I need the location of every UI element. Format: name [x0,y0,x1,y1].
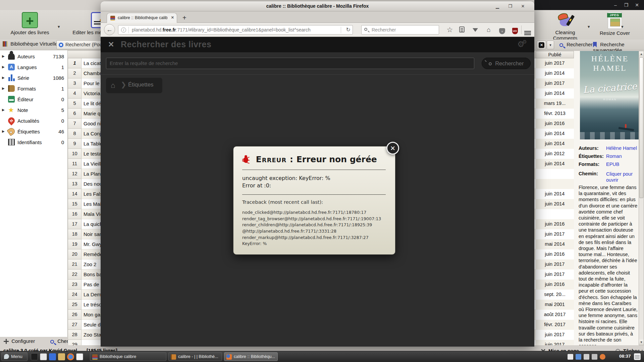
files-launcher-icon[interactable] [58,353,65,360]
scroll-down-icon[interactable]: ▼ [639,340,644,345]
scrollbar-thumb[interactable] [639,57,643,198]
sidebar-item-languages[interactable]: ▶ A Langues 1 [0,62,67,72]
expand-icon[interactable]: ▶ [2,65,5,69]
keyboard-launcher-icon[interactable] [40,353,47,360]
close-panel-icon[interactable]: ✕ [108,40,114,49]
tray-updates-icon[interactable] [600,354,605,360]
published-date-cell[interactable]: juin 2016 [536,249,574,259]
field-value-link[interactable]: Roman [606,154,638,159]
expand-icon[interactable]: ▶ [2,86,5,90]
book-cover[interactable]: HÉLÈNE HAMEL La cicatrice ROMAN [580,51,640,139]
sidebar-item-news[interactable]: N Actualités 0 [0,116,67,126]
back-button[interactable]: ← [104,24,115,35]
calendar-icon[interactable] [634,353,641,360]
published-date-cell[interactable]: juin 2014 [536,129,574,139]
taskbar-window-firefox[interactable]: calibre :: Bibliothèqu... [224,352,278,361]
published-date-cell[interactable]: mai 2014 [536,239,574,249]
editor-launcher-icon[interactable] [76,353,83,360]
tab-calibre[interactable]: calibre :: Bibliothèque calib ✕ [107,13,177,23]
maximize-icon[interactable]: ❐ [622,1,631,9]
published-date-cell[interactable]: juin 2016 [536,219,574,229]
search-history-dropdown[interactable]: ▾ [547,41,554,49]
sidebar-item-series[interactable]: ▶ Série 1086 [0,73,67,83]
add-books-dropdown-icon[interactable]: ▾ [58,24,60,29]
ublock-icon[interactable]: UO [511,26,519,33]
bookmarks-menu-icon[interactable] [458,26,466,33]
clock[interactable]: 08:37 [619,354,631,359]
published-column-header[interactable]: Publié [536,51,574,58]
details-scrollbar[interactable]: ▲ ▼ [639,51,644,345]
tray-network-icon[interactable] [576,354,581,360]
virtual-library-button[interactable]: Bibliothèque Virtuelle ▾ [3,41,61,47]
published-date-cell[interactable]: juin 2017 [536,269,574,280]
menu-hamburger-icon[interactable] [524,26,531,33]
tray-clipboard-icon[interactable] [568,354,573,360]
published-date-cell[interactable]: juin 2017 [536,340,574,345]
sidebar-item-formats[interactable]: ▶ Formats 1 [0,84,67,94]
maximize-icon[interactable]: ❐ [505,3,515,10]
taskbar-window-calibre-library[interactable]: Bibliothèque calibre [90,352,166,361]
published-date-cell[interactable]: juin 2017 [536,229,574,239]
cleaning-comments-button[interactable]: Cleaning Comments [543,12,587,41]
page-info-icon[interactable]: i [121,27,126,33]
published-date-cell[interactable]: juin 2017 [536,259,574,269]
url-bar[interactable]: i planetabcd.hd.free.fr:7171/#library_id… [118,25,353,35]
published-date-cell[interactable] [536,209,574,219]
sidebar-item-publisher[interactable]: Éditeur 0 [0,95,67,105]
pocket-icon[interactable]: ᵥ [498,26,506,33]
settings-gears-icon[interactable]: ⚙⚙ [517,39,527,49]
expand-icon[interactable]: ▶ [2,129,5,133]
published-date-cell[interactable] [536,179,574,189]
bookmark-star-icon[interactable]: ☆ [446,26,453,33]
published-date-cell[interactable]: juin 2017 [536,78,574,88]
published-date-cell[interactable] [536,169,574,179]
downloads-icon[interactable] [472,26,479,33]
published-date-cell[interactable]: juin 2017 [536,58,574,68]
published-date-cell[interactable]: juin 2014 [536,68,574,78]
cleaning-comments-dropdown-icon[interactable]: ▾ [588,24,590,29]
search-config-button[interactable]: Rechercher (Pour u [56,40,105,49]
menu-button[interactable]: Menu [1,352,28,361]
published-date-cell[interactable]: mai 2001 [536,300,574,310]
clear-search-button[interactable]: ✕ [537,41,546,49]
search-button[interactable]: Rechercher [559,42,593,47]
tray-volume-icon[interactable] [584,354,589,360]
tab-close-icon[interactable]: ✕ [171,15,174,20]
published-date-cell[interactable]: juin 2017 [536,330,574,340]
expand-icon[interactable]: ▶ [2,76,5,79]
expand-icon[interactable]: ▶ [2,108,5,112]
published-date-cell[interactable]: juin 2014 [536,189,574,199]
published-date-cell[interactable]: févr. 2017 [536,320,574,330]
field-value-link[interactable]: Cliquer pour ouvrir [606,171,638,183]
published-date-cell[interactable]: mars 19... [536,99,574,109]
sidebar-item-authors[interactable]: ▶ Auteurs 7138 [0,52,67,62]
close-icon[interactable]: ✕ [633,1,641,9]
page-search-button[interactable]: Rechercher [482,58,531,69]
taskbar-window-calibre-dialog[interactable]: calibre - | | Bibliothè... [168,352,222,361]
terminal-launcher-icon[interactable] [31,353,38,360]
published-date-cell[interactable]: juin 2014 [536,159,574,169]
sidebar-item-tags[interactable]: ▶ Étiquettes 46 [0,127,67,137]
close-icon[interactable]: ✕ [518,3,528,10]
browser-search-input[interactable]: Rechercher [361,25,439,35]
scroll-up-icon[interactable]: ▲ [639,51,644,57]
published-date-cell[interactable]: févr. 2013 [536,109,574,119]
sidebar-item-rating[interactable]: ▶ ★ Note 5 [0,105,67,115]
published-date-cell[interactable]: sept. 20... [536,290,574,300]
firefox-titlebar[interactable]: calibre :: Bibliothèque calibre - Mozill… [101,1,534,11]
published-date-cell[interactable]: août 2017 [536,310,574,320]
new-tab-button[interactable]: + [182,14,186,21]
display-launcher-icon[interactable] [49,353,56,360]
add-books-button[interactable]: Ajouter des livres [5,12,55,35]
published-date-cell[interactable]: juin 2014 [536,88,574,99]
expand-icon[interactable]: ▶ [2,54,5,58]
published-date-cell[interactable]: juin 2014 [536,199,574,209]
tray-notifications-icon[interactable] [592,354,597,360]
field-value-link[interactable]: EPUB [606,162,638,167]
browser-launcher-icon[interactable] [67,353,74,360]
book-search-input[interactable]: Entrer la requête de recherche [106,58,474,69]
minimize-icon[interactable]: – [611,1,620,9]
home-icon[interactable]: ⌂ [485,26,492,33]
published-date-cell[interactable]: juin 2016 [536,119,574,129]
resize-cover-dropdown-icon[interactable]: ▾ [621,24,624,29]
